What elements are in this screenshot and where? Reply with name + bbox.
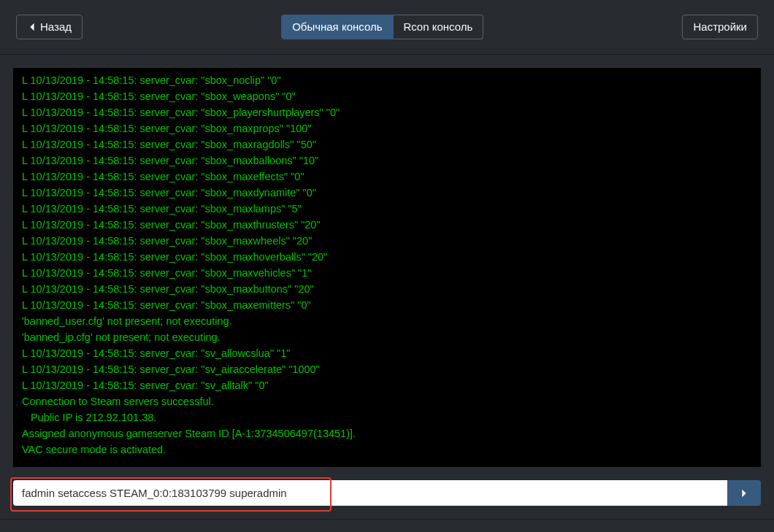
- console-line: Connection to Steam servers successful.: [22, 393, 752, 409]
- console-line: L 10/13/2019 - 14:58:15: server_cvar: "s…: [22, 136, 752, 153]
- console-line: L 10/13/2019 - 14:58:15: server_cvar: "s…: [22, 72, 752, 88]
- back-label: Назад: [40, 20, 72, 34]
- tab-standard-console[interactable]: Обычная консоль: [281, 15, 393, 39]
- console-line: L 10/13/2019 - 14:58:15: server_cvar: "s…: [22, 297, 752, 313]
- console-line: L 10/13/2019 - 14:58:15: server_cvar: "s…: [22, 153, 752, 169]
- console-line: L 10/13/2019 - 14:58:15: server_cvar: "s…: [22, 104, 752, 120]
- console-line: Assigned anonymous gameserver Steam ID […: [22, 425, 752, 442]
- console-line: L 10/13/2019 - 14:58:15: server_cvar: "s…: [22, 88, 752, 104]
- console-line: L 10/13/2019 - 14:58:15: server_cvar: "s…: [22, 169, 752, 185]
- command-input-row: [13, 480, 761, 506]
- console-line: L 10/13/2019 - 14:58:15: server_cvar: "s…: [22, 201, 752, 217]
- content-area: L 10/13/2019 - 14:58:15: server_cvar: "s…: [0, 54, 774, 520]
- command-input[interactable]: [13, 480, 727, 506]
- settings-button[interactable]: Настройки: [682, 15, 758, 39]
- chevron-right-icon: [739, 488, 749, 498]
- tab-rcon-console[interactable]: Rcon консоль: [394, 15, 484, 39]
- console-line: L 10/13/2019 - 14:58:15: server_cvar: "s…: [22, 345, 752, 361]
- console-output[interactable]: L 10/13/2019 - 14:58:15: server_cvar: "s…: [13, 68, 761, 467]
- console-line: Public IP is 212.92.101.38.: [22, 409, 752, 425]
- console-line: L 10/13/2019 - 14:58:15: server_cvar: "s…: [22, 265, 752, 281]
- console-line: L 10/13/2019 - 14:58:15: server_cvar: "s…: [22, 185, 752, 201]
- console-line: L 10/13/2019 - 14:58:15: server_cvar: "s…: [22, 361, 752, 377]
- topbar: Назад Обычная консоль Rcon консоль Настр…: [0, 0, 774, 54]
- console-line: L 10/13/2019 - 14:58:15: server_cvar: "s…: [22, 217, 752, 233]
- back-button[interactable]: Назад: [16, 15, 83, 39]
- console-line: L 10/13/2019 - 14:58:15: server_cvar: "s…: [22, 281, 752, 297]
- console-line: L 10/13/2019 - 14:58:15: server_cvar: "s…: [22, 120, 752, 136]
- console-line: VAC secure mode is activated.: [22, 442, 752, 458]
- console-line: L 10/13/2019 - 14:58:15: server_cvar: "s…: [22, 249, 752, 265]
- console-line: L 10/13/2019 - 14:58:15: server_cvar: "s…: [22, 233, 752, 249]
- console-line: 'banned_ip.cfg' not present; not executi…: [22, 329, 752, 345]
- console-line: L 10/13/2019 - 14:58:15: server_cvar: "s…: [22, 377, 752, 393]
- console-tabs: Обычная консоль Rcon консоль: [281, 15, 483, 39]
- send-button[interactable]: [727, 480, 761, 506]
- console-line: 'banned_user.cfg' not present; not execu…: [22, 313, 752, 329]
- chevron-left-icon: [27, 22, 37, 32]
